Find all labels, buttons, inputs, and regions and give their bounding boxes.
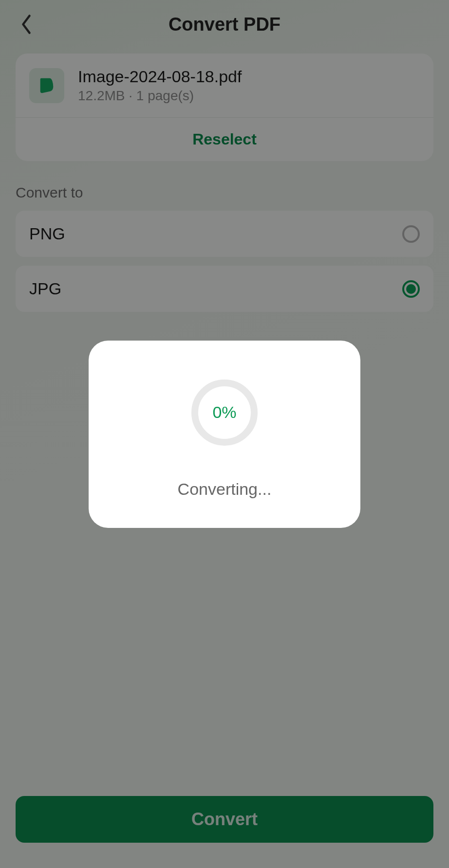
screen-root: Convert PDF Image-2024-08-18.pdf 12.2MB … [0,0,449,868]
progress-percent: 0% [212,403,236,422]
modal-status-text: Converting... [178,480,272,499]
modal-overlay: 0% Converting... [0,0,449,868]
progress-ring-icon: 0% [191,380,258,446]
progress-modal: 0% Converting... [89,341,360,528]
